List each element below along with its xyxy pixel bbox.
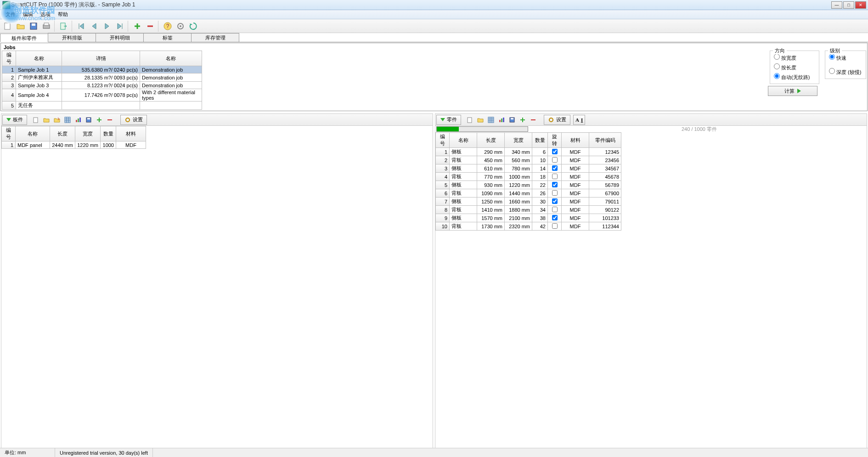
- radio-deep[interactable]: 深度 (较慢): [829, 67, 862, 77]
- radio-length[interactable]: 按长度: [774, 62, 815, 72]
- svg-point-26: [549, 118, 553, 122]
- right-chart-icon[interactable]: [496, 115, 507, 125]
- level-group: 级别 快速 深度 (较慢): [825, 51, 866, 79]
- rotate-checkbox[interactable]: [552, 223, 558, 229]
- menu-bar: 文件 编辑 选项 帮助: [0, 10, 868, 19]
- table-row[interactable]: 5无任务: [2, 102, 202, 110]
- table-row[interactable]: 5侧板930 mm1220 mm22MDF56789: [436, 181, 621, 189]
- table-row[interactable]: 2广州伊来雅家具28.1335 m?/ 0093 pc(s)Demonstrat…: [2, 73, 202, 82]
- table-row[interactable]: 6背板1090 mm1440 mm26MDF67900: [436, 189, 621, 197]
- toolbar-print-icon[interactable]: [40, 20, 52, 32]
- right-remove-icon[interactable]: [528, 115, 538, 125]
- toolbar-prev-icon[interactable]: [88, 20, 100, 32]
- main-toolbar: ?: [0, 19, 868, 33]
- status-unit: 单位: mm: [0, 448, 55, 457]
- rotate-checkbox[interactable]: [552, 215, 558, 220]
- col-name: 名称: [16, 51, 62, 66]
- right-grid-icon[interactable]: [486, 115, 496, 125]
- table-row[interactable]: 4背板770 mm1000 mm18MDF45678: [436, 173, 621, 181]
- parts-panel: 零件 设置 AI 240 / 1000 零件 编号 名称 长度: [435, 113, 867, 457]
- tab-detail[interactable]: 开料明细: [96, 33, 144, 42]
- rotate-checkbox[interactable]: [552, 182, 558, 187]
- toolbar-first-icon[interactable]: [75, 20, 87, 32]
- toolbar-refresh-icon[interactable]: [187, 20, 199, 32]
- toolbar-last-icon[interactable]: [114, 20, 126, 32]
- left-import-icon[interactable]: [52, 115, 62, 125]
- left-save-icon[interactable]: [84, 115, 94, 125]
- table-row[interactable]: 1侧板290 mm340 mm6MDF12345: [436, 148, 621, 156]
- radio-auto[interactable]: 自动(无纹路): [774, 72, 815, 82]
- left-settings-button[interactable]: 设置: [120, 115, 147, 125]
- radio-width[interactable]: 按宽度: [774, 53, 815, 62]
- toolbar-open-icon[interactable]: [15, 20, 27, 32]
- tab-labels[interactable]: 标签: [143, 33, 192, 42]
- left-chart-icon[interactable]: [73, 115, 83, 125]
- menu-help[interactable]: 帮助: [54, 10, 72, 19]
- right-settings-button[interactable]: 设置: [544, 115, 570, 125]
- toolbar-settings-icon[interactable]: [175, 20, 186, 32]
- right-add-icon[interactable]: [518, 115, 528, 125]
- rotate-checkbox[interactable]: [552, 198, 558, 204]
- table-row[interactable]: 4Sample Job 417.7426 m?/ 0078 pc(s)With …: [2, 89, 202, 102]
- menu-edit[interactable]: 编辑: [19, 10, 37, 19]
- rotate-checkbox[interactable]: [552, 149, 558, 154]
- maximize-button[interactable]: □: [843, 1, 854, 9]
- table-row[interactable]: 1Sample Job 1535.6380 m?/ 0240 pc(s)Demo…: [2, 66, 202, 73]
- rotate-checkbox[interactable]: [552, 207, 558, 212]
- menu-file[interactable]: 文件: [2, 10, 19, 19]
- parts-progress-label: 240 / 1000 零件: [682, 126, 717, 132]
- radio-fast[interactable]: 快速: [829, 53, 862, 62]
- svg-rect-25: [511, 118, 513, 119]
- table-row[interactable]: 2背板450 mm560 mm10MDF23456: [436, 156, 621, 164]
- parts-progress-bar: [436, 126, 528, 132]
- parts-table[interactable]: 编号 名称 长度 宽度 数量 旋转 材料 零件编码 1侧板290 mm340 m…: [435, 132, 621, 231]
- tab-bar: 板件和零件 开料排版 开料明细 标签 库存管理: [0, 33, 868, 42]
- col-id: 编号: [2, 51, 16, 66]
- toolbar-export-icon[interactable]: [58, 20, 70, 32]
- left-remove-icon[interactable]: [105, 115, 115, 125]
- rotate-checkbox[interactable]: [552, 157, 558, 163]
- minimize-button[interactable]: —: [831, 1, 842, 9]
- toolbar-help-icon[interactable]: ?: [162, 20, 174, 32]
- table-row[interactable]: 3侧板610 mm780 mm14MDF34567: [436, 164, 621, 173]
- direction-group: 方向 按宽度 按长度 自动(无纹路): [770, 51, 819, 84]
- tab-panels-parts[interactable]: 板件和零件: [0, 34, 48, 42]
- app-icon: [2, 0, 11, 10]
- table-row[interactable]: 8背板1410 mm1880 mm34MDF90122: [436, 206, 621, 214]
- right-new-icon[interactable]: [465, 115, 475, 125]
- left-new-icon[interactable]: [31, 115, 41, 125]
- left-open-icon[interactable]: [41, 115, 51, 125]
- menu-options[interactable]: 选项: [37, 10, 54, 19]
- toolbar-add-icon[interactable]: [131, 20, 143, 32]
- panels-expand-button[interactable]: 板件: [2, 115, 27, 125]
- tab-stock[interactable]: 库存管理: [191, 33, 239, 42]
- toolbar-new-icon[interactable]: [2, 20, 14, 32]
- left-grid-icon[interactable]: [62, 115, 73, 125]
- toolbar-remove-icon[interactable]: [144, 20, 156, 32]
- right-font-button[interactable]: AI: [573, 115, 585, 125]
- svg-rect-12: [65, 117, 70, 123]
- table-row[interactable]: 9侧板1570 mm2100 mm38MDF101233: [436, 214, 621, 222]
- rotate-checkbox[interactable]: [552, 174, 558, 179]
- window-titlebar: SmartCUT Pro (1000 零件) 演示版. - Sample Job…: [0, 0, 868, 10]
- table-row[interactable]: 7侧板1250 mm1660 mm30MDF79011: [436, 197, 621, 206]
- col-detail: 详情: [62, 51, 140, 66]
- calculate-button[interactable]: 计算: [768, 86, 817, 96]
- status-trial: Unregistered trial version, 30 day(s) le…: [55, 448, 153, 457]
- jobs-table[interactable]: 编号 名称 详情 名称 1Sample Job 1535.6380 m?/ 02…: [2, 51, 202, 110]
- table-row[interactable]: 10背板1730 mm2320 mm42MDF112344: [436, 222, 621, 231]
- right-open-icon[interactable]: [475, 115, 485, 125]
- right-save-icon[interactable]: [507, 115, 517, 125]
- parts-expand-button[interactable]: 零件: [436, 115, 461, 125]
- toolbar-next-icon[interactable]: [101, 20, 113, 32]
- table-row[interactable]: 1MDF panel2440 mm1220 mm1000MDF: [2, 141, 146, 149]
- panels-table[interactable]: 编号 名称 长度 宽度 数量 材料 1MDF panel2440 mm1220 …: [1, 126, 146, 149]
- tab-nesting[interactable]: 开料排版: [48, 33, 96, 42]
- svg-rect-17: [87, 118, 90, 119]
- left-add-icon[interactable]: [94, 115, 104, 125]
- close-button[interactable]: ✕: [855, 1, 866, 9]
- table-row[interactable]: 3Sample Job 38.1223 m?/ 0024 pc(s)Demons…: [2, 82, 202, 89]
- rotate-checkbox[interactable]: [552, 165, 558, 171]
- rotate-checkbox[interactable]: [552, 190, 558, 196]
- toolbar-save-icon[interactable]: [28, 20, 39, 32]
